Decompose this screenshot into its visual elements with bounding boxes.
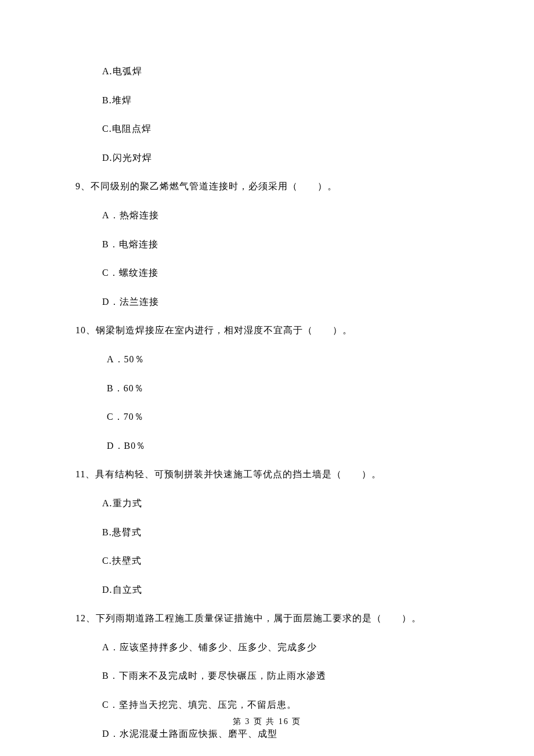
question-9: 9、不同级别的聚乙烯燃气管道连接时，必须采用（ ）。 <box>75 179 459 194</box>
q11-option-c: C.扶壁式 <box>75 553 459 568</box>
q8-option-d: D.闪光对焊 <box>75 150 459 165</box>
q9-option-a: A．热熔连接 <box>75 208 459 223</box>
q10-option-d: D．B0％ <box>75 438 459 453</box>
q9-option-b: B．电熔连接 <box>75 237 459 252</box>
q11-option-d: D.自立式 <box>75 582 459 597</box>
document-content: A.电弧焊 B.堆焊 C.电阻点焊 D.闪光对焊 9、不同级别的聚乙烯燃气管道连… <box>0 0 534 756</box>
q12-option-a: A．应该坚持拌多少、铺多少、压多少、完成多少 <box>75 640 459 655</box>
question-11: 11、具有结构轻、可预制拼装并快速施工等优点的挡土墙是（ ）。 <box>75 467 459 482</box>
q8-option-c: C.电阻点焊 <box>75 121 459 136</box>
q9-option-c: C．螺纹连接 <box>75 265 459 280</box>
q9-option-d: D．法兰连接 <box>75 294 459 309</box>
question-12: 12、下列雨期道路工程施工质量保证措施中，属于面层施工要求的是（ ）。 <box>75 611 459 626</box>
q12-option-b: B．下雨来不及完成时，要尽快碾压，防止雨水渗透 <box>75 668 459 683</box>
q10-option-c: C．70％ <box>75 409 459 424</box>
question-10: 10、钢梁制造焊接应在室内进行，相对湿度不宜高于（ ）。 <box>75 323 459 338</box>
page-footer: 第 3 页 共 16 页 <box>0 715 534 728</box>
q11-option-b: B.悬臂式 <box>75 525 459 540</box>
q12-option-d: D．水泥混凝土路面应快振、磨平、成型 <box>75 726 459 741</box>
q8-option-a: A.电弧焊 <box>75 64 459 79</box>
q10-option-a: A．50％ <box>75 352 459 367</box>
q10-option-b: B．60％ <box>75 381 459 396</box>
q8-option-b: B.堆焊 <box>75 93 459 108</box>
q11-option-a: A.重力式 <box>75 496 459 511</box>
q12-option-c: C．坚持当天挖完、填完、压完，不留后患。 <box>75 697 459 712</box>
